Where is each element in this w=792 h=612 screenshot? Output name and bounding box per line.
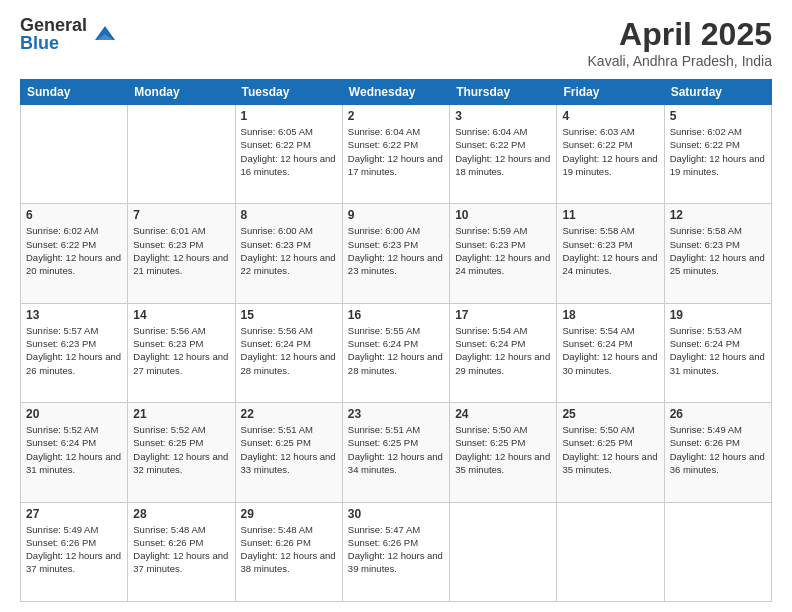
day-info: Sunrise: 5:56 AM Sunset: 6:24 PM Dayligh… [241,324,337,377]
day-number: 24 [455,407,551,421]
day-number: 6 [26,208,122,222]
calendar-cell [664,502,771,601]
day-info: Sunrise: 5:58 AM Sunset: 6:23 PM Dayligh… [562,224,658,277]
calendar-cell: 18Sunrise: 5:54 AM Sunset: 6:24 PM Dayli… [557,303,664,402]
day-info: Sunrise: 5:54 AM Sunset: 6:24 PM Dayligh… [562,324,658,377]
calendar-cell: 25Sunrise: 5:50 AM Sunset: 6:25 PM Dayli… [557,403,664,502]
page: General Blue April 2025 Kavali, Andhra P… [0,0,792,612]
calendar-cell: 24Sunrise: 5:50 AM Sunset: 6:25 PM Dayli… [450,403,557,502]
day-info: Sunrise: 5:51 AM Sunset: 6:25 PM Dayligh… [348,423,444,476]
day-number: 21 [133,407,229,421]
header-tuesday: Tuesday [235,80,342,105]
calendar-cell: 7Sunrise: 6:01 AM Sunset: 6:23 PM Daylig… [128,204,235,303]
calendar-cell: 29Sunrise: 5:48 AM Sunset: 6:26 PM Dayli… [235,502,342,601]
day-info: Sunrise: 6:03 AM Sunset: 6:22 PM Dayligh… [562,125,658,178]
calendar-header-row: Sunday Monday Tuesday Wednesday Thursday… [21,80,772,105]
day-number: 16 [348,308,444,322]
header-saturday: Saturday [664,80,771,105]
calendar-week-2: 6Sunrise: 6:02 AM Sunset: 6:22 PM Daylig… [21,204,772,303]
day-info: Sunrise: 6:04 AM Sunset: 6:22 PM Dayligh… [348,125,444,178]
calendar-week-4: 20Sunrise: 5:52 AM Sunset: 6:24 PM Dayli… [21,403,772,502]
title-block: April 2025 Kavali, Andhra Pradesh, India [588,16,772,69]
day-info: Sunrise: 5:50 AM Sunset: 6:25 PM Dayligh… [562,423,658,476]
calendar-cell: 17Sunrise: 5:54 AM Sunset: 6:24 PM Dayli… [450,303,557,402]
day-info: Sunrise: 5:58 AM Sunset: 6:23 PM Dayligh… [670,224,766,277]
day-number: 3 [455,109,551,123]
day-number: 5 [670,109,766,123]
day-number: 28 [133,507,229,521]
day-number: 10 [455,208,551,222]
day-info: Sunrise: 5:57 AM Sunset: 6:23 PM Dayligh… [26,324,122,377]
day-number: 30 [348,507,444,521]
logo: General Blue [20,16,119,52]
day-number: 22 [241,407,337,421]
day-info: Sunrise: 6:05 AM Sunset: 6:22 PM Dayligh… [241,125,337,178]
calendar-cell: 10Sunrise: 5:59 AM Sunset: 6:23 PM Dayli… [450,204,557,303]
day-number: 17 [455,308,551,322]
calendar-cell: 6Sunrise: 6:02 AM Sunset: 6:22 PM Daylig… [21,204,128,303]
calendar-cell: 21Sunrise: 5:52 AM Sunset: 6:25 PM Dayli… [128,403,235,502]
header-thursday: Thursday [450,80,557,105]
day-info: Sunrise: 6:00 AM Sunset: 6:23 PM Dayligh… [241,224,337,277]
calendar-week-3: 13Sunrise: 5:57 AM Sunset: 6:23 PM Dayli… [21,303,772,402]
day-number: 20 [26,407,122,421]
calendar-cell: 3Sunrise: 6:04 AM Sunset: 6:22 PM Daylig… [450,105,557,204]
day-number: 19 [670,308,766,322]
calendar-cell: 5Sunrise: 6:02 AM Sunset: 6:22 PM Daylig… [664,105,771,204]
day-info: Sunrise: 6:04 AM Sunset: 6:22 PM Dayligh… [455,125,551,178]
day-number: 11 [562,208,658,222]
day-number: 13 [26,308,122,322]
day-number: 15 [241,308,337,322]
day-number: 8 [241,208,337,222]
calendar-cell: 2Sunrise: 6:04 AM Sunset: 6:22 PM Daylig… [342,105,449,204]
day-info: Sunrise: 5:48 AM Sunset: 6:26 PM Dayligh… [133,523,229,576]
day-info: Sunrise: 5:49 AM Sunset: 6:26 PM Dayligh… [670,423,766,476]
calendar-cell: 19Sunrise: 5:53 AM Sunset: 6:24 PM Dayli… [664,303,771,402]
calendar-cell: 28Sunrise: 5:48 AM Sunset: 6:26 PM Dayli… [128,502,235,601]
logo-icon [91,20,119,48]
calendar-cell: 22Sunrise: 5:51 AM Sunset: 6:25 PM Dayli… [235,403,342,502]
calendar-cell [450,502,557,601]
day-number: 27 [26,507,122,521]
day-info: Sunrise: 5:53 AM Sunset: 6:24 PM Dayligh… [670,324,766,377]
day-number: 18 [562,308,658,322]
calendar-table: Sunday Monday Tuesday Wednesday Thursday… [20,79,772,602]
calendar-cell: 20Sunrise: 5:52 AM Sunset: 6:24 PM Dayli… [21,403,128,502]
day-info: Sunrise: 5:47 AM Sunset: 6:26 PM Dayligh… [348,523,444,576]
day-number: 7 [133,208,229,222]
day-number: 26 [670,407,766,421]
day-number: 25 [562,407,658,421]
day-info: Sunrise: 5:48 AM Sunset: 6:26 PM Dayligh… [241,523,337,576]
calendar-cell: 9Sunrise: 6:00 AM Sunset: 6:23 PM Daylig… [342,204,449,303]
subtitle: Kavali, Andhra Pradesh, India [588,53,772,69]
calendar-cell [21,105,128,204]
day-number: 12 [670,208,766,222]
calendar-cell: 8Sunrise: 6:00 AM Sunset: 6:23 PM Daylig… [235,204,342,303]
calendar-cell: 13Sunrise: 5:57 AM Sunset: 6:23 PM Dayli… [21,303,128,402]
calendar-week-1: 1Sunrise: 6:05 AM Sunset: 6:22 PM Daylig… [21,105,772,204]
calendar-cell: 4Sunrise: 6:03 AM Sunset: 6:22 PM Daylig… [557,105,664,204]
day-number: 9 [348,208,444,222]
header-sunday: Sunday [21,80,128,105]
day-info: Sunrise: 5:59 AM Sunset: 6:23 PM Dayligh… [455,224,551,277]
day-info: Sunrise: 5:54 AM Sunset: 6:24 PM Dayligh… [455,324,551,377]
header-wednesday: Wednesday [342,80,449,105]
calendar-cell: 12Sunrise: 5:58 AM Sunset: 6:23 PM Dayli… [664,204,771,303]
day-info: Sunrise: 5:49 AM Sunset: 6:26 PM Dayligh… [26,523,122,576]
calendar-cell: 23Sunrise: 5:51 AM Sunset: 6:25 PM Dayli… [342,403,449,502]
day-info: Sunrise: 6:02 AM Sunset: 6:22 PM Dayligh… [670,125,766,178]
calendar-cell: 11Sunrise: 5:58 AM Sunset: 6:23 PM Dayli… [557,204,664,303]
header: General Blue April 2025 Kavali, Andhra P… [20,16,772,69]
main-title: April 2025 [588,16,772,53]
day-number: 29 [241,507,337,521]
logo-text: General Blue [20,16,87,52]
calendar-cell: 27Sunrise: 5:49 AM Sunset: 6:26 PM Dayli… [21,502,128,601]
day-info: Sunrise: 5:52 AM Sunset: 6:25 PM Dayligh… [133,423,229,476]
day-number: 1 [241,109,337,123]
header-friday: Friday [557,80,664,105]
day-info: Sunrise: 5:52 AM Sunset: 6:24 PM Dayligh… [26,423,122,476]
day-number: 4 [562,109,658,123]
day-number: 23 [348,407,444,421]
calendar-cell: 30Sunrise: 5:47 AM Sunset: 6:26 PM Dayli… [342,502,449,601]
calendar-cell: 26Sunrise: 5:49 AM Sunset: 6:26 PM Dayli… [664,403,771,502]
